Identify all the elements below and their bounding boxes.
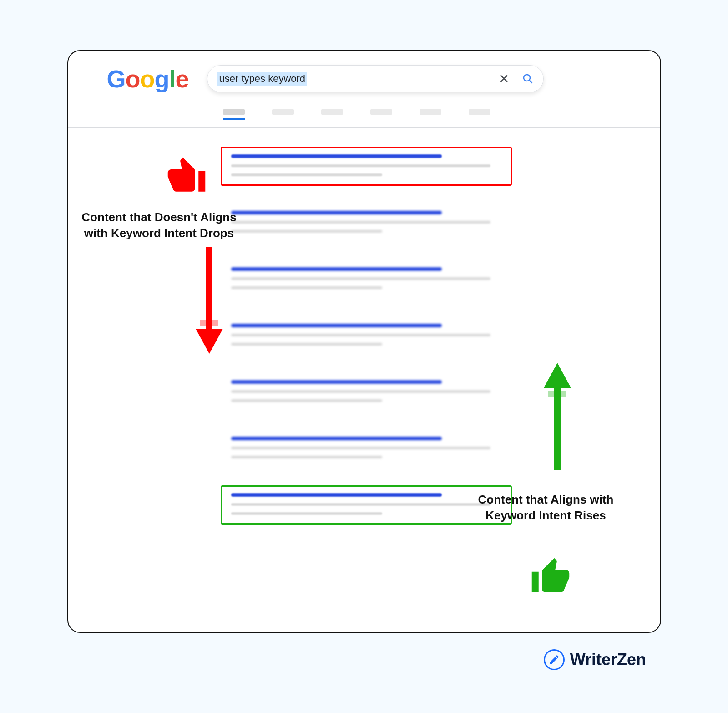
result-item	[221, 316, 512, 355]
svg-marker-5	[544, 363, 571, 388]
bad-annotation-label: Content that Doesn't Aligns with Keyword…	[73, 209, 246, 241]
result-snippet-placeholder	[231, 164, 490, 167]
result-title-placeholder	[231, 154, 442, 158]
tab-item[interactable]	[321, 109, 343, 115]
svg-marker-4	[196, 329, 223, 354]
google-logo: Google	[107, 65, 189, 93]
search-icon[interactable]	[522, 73, 533, 84]
logo-letter: l	[169, 65, 176, 92]
results-column	[221, 147, 512, 542]
divider	[516, 72, 516, 85]
arrow-up-icon	[541, 361, 573, 470]
header-divider	[68, 127, 660, 128]
good-annotation-label: Content that Aligns with Keyword Intent …	[464, 492, 628, 524]
svg-line-1	[529, 80, 532, 83]
logo-letter: o	[126, 65, 140, 92]
result-bad	[221, 147, 512, 186]
tab-item[interactable]	[223, 109, 245, 115]
logo-letter: e	[176, 65, 189, 92]
svg-rect-2	[206, 247, 212, 329]
brand-footer: WriterZen	[544, 649, 646, 670]
tab-item[interactable]	[469, 109, 490, 115]
google-serp-panel: Google user types keyword ✕	[67, 50, 661, 633]
result-snippet-placeholder	[231, 503, 490, 506]
logo-letter: G	[107, 65, 126, 92]
search-input[interactable]: user types keyword ✕	[207, 65, 544, 92]
result-snippet-placeholder	[231, 512, 383, 515]
tab-item[interactable]	[272, 109, 294, 115]
result-item	[221, 260, 512, 299]
brand-logo-icon	[544, 649, 565, 670]
thumbs-down-icon	[166, 156, 207, 197]
thumbs-up-icon	[530, 556, 571, 597]
svg-rect-7	[554, 388, 561, 470]
logo-letter: o	[140, 65, 155, 92]
result-item	[221, 372, 512, 412]
logo-letter: g	[155, 65, 169, 92]
result-snippet-placeholder	[231, 173, 383, 176]
search-query-text: user types keyword	[217, 72, 308, 86]
arrow-down-icon	[193, 247, 225, 356]
brand-name: WriterZen	[570, 650, 646, 669]
svg-rect-3	[200, 320, 218, 326]
result-item	[221, 203, 512, 242]
result-title-placeholder	[231, 493, 442, 497]
tab-item[interactable]	[370, 109, 392, 115]
result-item	[221, 429, 512, 468]
clear-icon[interactable]: ✕	[499, 71, 509, 87]
tab-item[interactable]	[420, 109, 441, 115]
search-tabs	[223, 109, 490, 115]
search-header: Google user types keyword ✕	[68, 51, 660, 93]
